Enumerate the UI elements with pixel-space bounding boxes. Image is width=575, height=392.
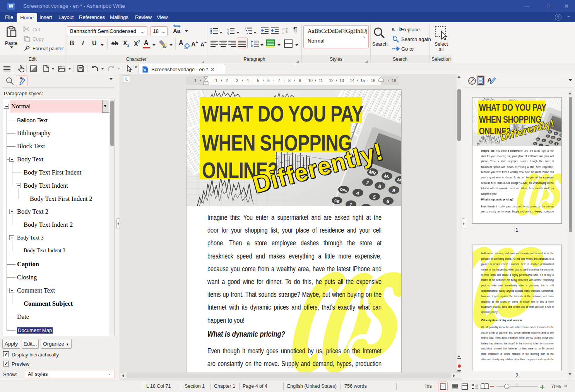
svg-text:4: 4 bbox=[246, 78, 249, 83]
svg-text:10: 10 bbox=[308, 78, 313, 83]
svg-text:3: 3 bbox=[227, 33, 229, 35]
svg-text:13: 13 bbox=[339, 78, 344, 83]
svg-text:7: 7 bbox=[278, 78, 280, 83]
svg-text:Z: Z bbox=[282, 31, 284, 34]
svg-text:12: 12 bbox=[329, 78, 334, 83]
svg-text:ab: ab bbox=[163, 45, 167, 48]
svg-text:1: 1 bbox=[194, 78, 197, 83]
svg-text:16: 16 bbox=[371, 78, 375, 83]
svg-text:2: 2 bbox=[226, 78, 228, 83]
svg-text:11: 11 bbox=[319, 78, 323, 83]
svg-text:14: 14 bbox=[350, 78, 354, 83]
svg-text:A: A bbox=[282, 27, 285, 31]
svg-text:15: 15 bbox=[360, 78, 365, 83]
svg-text:9: 9 bbox=[299, 78, 301, 83]
svg-text:6: 6 bbox=[267, 78, 270, 83]
svg-text:3: 3 bbox=[236, 78, 238, 83]
svg-text:8: 8 bbox=[288, 78, 291, 83]
svg-text:5: 5 bbox=[257, 78, 259, 83]
svg-text:1: 1 bbox=[245, 27, 246, 30]
svg-text:1: 1 bbox=[215, 78, 217, 83]
svg-text:18: 18 bbox=[392, 78, 396, 83]
